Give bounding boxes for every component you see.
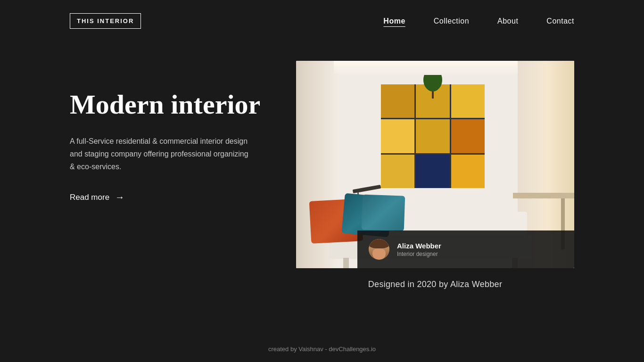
nav-link-home[interactable]: Home	[383, 17, 405, 25]
navbar: THIS INTERIOR Home Collection About Cont…	[0, 0, 644, 42]
avatar	[369, 239, 389, 260]
designer-card: Aliza Webber Interior designer	[357, 230, 574, 268]
hero-description: A full-Service residential & commercial …	[70, 135, 249, 173]
plant-leaves	[423, 75, 442, 91]
hero-title: Modern interior	[70, 89, 296, 121]
art-cell-7	[381, 155, 414, 188]
logo[interactable]: THIS INTERIOR	[70, 13, 141, 29]
nav-item-contact[interactable]: Contact	[546, 17, 574, 25]
footer: created by Vaishnav - devChallenges.io	[0, 346, 644, 353]
sofa-leg-left	[343, 258, 349, 268]
image-caption: Designed in 2020 by Aliza Webber	[296, 280, 574, 289]
designer-role: Interior designer	[397, 251, 441, 257]
desk-surface	[513, 193, 574, 198]
read-more-button[interactable]: Read more →	[70, 192, 296, 203]
main-content: Modern interior A full-Service residenti…	[0, 61, 644, 289]
wall-artwork	[381, 84, 485, 188]
art-cell-4	[381, 119, 414, 153]
nav-link-collection[interactable]: Collection	[434, 17, 469, 25]
plant-decor	[423, 75, 442, 99]
art-cell-3	[451, 84, 485, 118]
ceiling-light	[334, 61, 527, 75]
art-cell-6	[451, 119, 485, 153]
read-more-label: Read more	[70, 193, 109, 202]
nav-item-about[interactable]: About	[497, 17, 518, 25]
art-cell-8	[416, 155, 449, 188]
avatar-hair	[369, 239, 389, 248]
pillow-teal-front	[362, 194, 405, 231]
nav-link-contact[interactable]: Contact	[546, 17, 574, 25]
nav-link-about[interactable]: About	[497, 17, 518, 25]
avatar-face	[369, 239, 389, 260]
designer-name: Aliza Webber	[397, 242, 441, 250]
avatar-skin	[372, 248, 386, 260]
nav-item-home[interactable]: Home	[383, 17, 405, 25]
hero-left-panel: Modern interior A full-Service residenti…	[70, 61, 296, 203]
art-cell-1	[381, 84, 414, 118]
art-cell-5	[416, 119, 449, 153]
hero-right-panel: Aliza Webber Interior designer Designed …	[296, 61, 574, 289]
nav-item-collection[interactable]: Collection	[434, 17, 469, 25]
footer-credit: created by Vaishnav - devChallenges.io	[268, 346, 376, 353]
art-cell-9	[451, 155, 485, 188]
designer-info: Aliza Webber Interior designer	[397, 242, 441, 257]
hero-image: Aliza Webber Interior designer	[296, 61, 574, 268]
arrow-right-icon: →	[115, 192, 124, 203]
plant-stem	[432, 91, 434, 99]
nav-links: Home Collection About Contact	[383, 17, 574, 25]
